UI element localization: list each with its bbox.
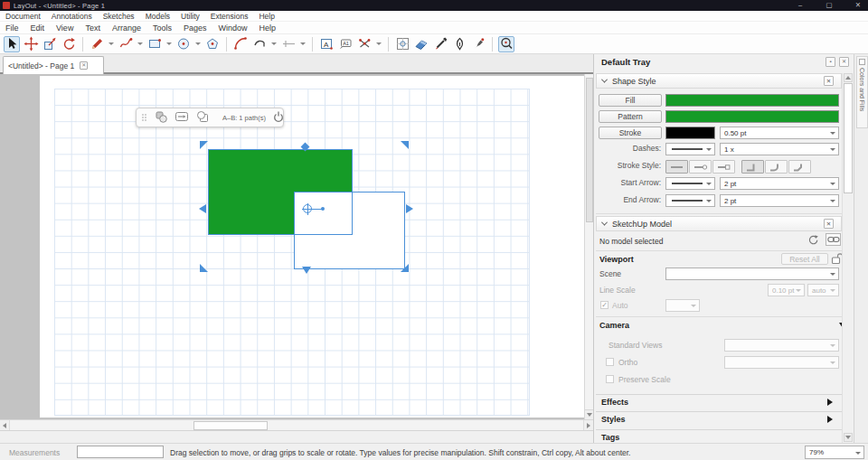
menu-edit[interactable]: Edit <box>31 23 45 33</box>
ortho-checkbox[interactable] <box>606 358 614 366</box>
collapse-chevron-icon[interactable] <box>601 77 608 83</box>
pattern-fill-tool-icon[interactable] <box>394 36 410 52</box>
selection-grip-bottom-center[interactable] <box>302 267 311 274</box>
start-arrow-style-dropdown[interactable] <box>665 177 715 190</box>
pen-tool-icon[interactable] <box>451 36 467 52</box>
dimension-tool-icon[interactable] <box>280 36 297 52</box>
close-button[interactable]: ✕ <box>854 0 863 11</box>
auto-checkbox[interactable]: ✓ <box>600 301 609 309</box>
menu-view[interactable]: View <box>56 23 73 33</box>
preserve-scale-checkbox[interactable] <box>606 375 614 383</box>
hidden-tray-tab[interactable]: Colors and Fills <box>856 56 868 128</box>
menu-tools[interactable]: Tools <box>153 23 172 33</box>
effects-section-header[interactable]: Effects <box>596 394 842 408</box>
menu-help-custom[interactable]: Help <box>259 12 274 21</box>
subtract-paths-icon[interactable] <box>175 109 189 126</box>
circle-tool-icon[interactable] <box>175 36 192 52</box>
menu-models[interactable]: Models <box>146 12 170 21</box>
scene-dropdown[interactable] <box>665 268 839 280</box>
pattern-button[interactable]: Pattern <box>599 110 662 123</box>
tray-pin-icon[interactable]: ▪ <box>826 57 835 67</box>
fill-color-swatch[interactable] <box>665 94 839 107</box>
tray-scroll-down-icon[interactable] <box>844 433 853 442</box>
selection-grip-bottom-right[interactable] <box>401 264 409 272</box>
stroke-join-round-button[interactable] <box>765 160 788 174</box>
start-arrow-size-dropdown[interactable]: 2 pt <box>720 177 839 190</box>
style-tool-icon[interactable] <box>470 36 486 52</box>
line-scale-mode-dropdown[interactable]: auto <box>807 284 839 296</box>
auto-scale-dropdown[interactable] <box>665 299 700 312</box>
selection-grip-top-right[interactable] <box>401 141 409 149</box>
rectangle-tool-dropdown[interactable] <box>166 42 172 45</box>
vertical-scrollbar-thumb[interactable] <box>586 78 593 222</box>
collapse-chevron-icon[interactable] <box>601 220 608 226</box>
selection-grip-bottom-left[interactable] <box>200 264 208 272</box>
label-tool-icon[interactable]: A1 <box>337 36 354 52</box>
shape-style-section-header[interactable]: Shape Style ✕ <box>596 73 842 89</box>
text-tool-icon[interactable]: A <box>318 36 335 52</box>
menu-window[interactable]: Window <box>218 23 247 33</box>
end-arrow-size-dropdown[interactable]: 2 pt <box>720 194 839 207</box>
stroke-join-miter-button[interactable] <box>741 160 764 174</box>
line-tool-dropdown[interactable] <box>108 42 114 45</box>
sketchup-model-close-icon[interactable]: ✕ <box>824 219 834 229</box>
effects-expand-icon[interactable] <box>827 399 833 406</box>
fill-button[interactable]: Fill <box>599 94 662 107</box>
arc-tool-icon[interactable] <box>232 36 249 52</box>
camera-group-label[interactable]: Camera <box>599 321 629 330</box>
toolbar-drag-handle[interactable] <box>142 114 147 122</box>
tray-scrollbar-thumb[interactable] <box>844 83 853 193</box>
menu-file[interactable]: File <box>5 23 19 33</box>
stroke-cap-flat-button[interactable] <box>665 160 688 174</box>
menu-extensions[interactable]: Extensions <box>211 12 249 21</box>
two-point-arc-tool-icon[interactable] <box>251 36 268 52</box>
tab-close-icon[interactable]: ✕ <box>80 61 88 70</box>
stroke-join-bevel-button[interactable] <box>788 160 811 174</box>
document-tab[interactable]: <Untitled> - Page 1 ✕ <box>3 56 104 74</box>
eyedropper-tool-icon[interactable] <box>432 36 448 52</box>
menu-sketches[interactable]: Sketches <box>103 12 135 21</box>
selection-grip-left-center[interactable] <box>199 204 206 213</box>
styles-section-header[interactable]: Styles <box>596 411 842 426</box>
shape-style-close-icon[interactable]: ✕ <box>824 76 834 86</box>
link-model-icon[interactable] <box>826 233 841 246</box>
drawing-canvas[interactable]: A–B: 1 path(s) <box>0 74 593 419</box>
power-toggle-icon[interactable] <box>272 110 285 125</box>
dimension-tool-dropdown[interactable] <box>300 42 306 45</box>
sketchup-model-section-header[interactable]: SketchUp Model ✕ <box>596 216 842 231</box>
dashes-scale-dropdown[interactable]: 1 x <box>720 143 839 155</box>
menu-help[interactable]: Help <box>259 23 277 33</box>
stroke-button[interactable]: Stroke <box>599 127 662 139</box>
line-tool-icon[interactable] <box>89 36 105 52</box>
polygon-tool-icon[interactable] <box>204 36 221 52</box>
stroke-cap-square-button[interactable] <box>712 160 735 174</box>
freehand-tool-dropdown[interactable] <box>137 42 143 45</box>
menu-text[interactable]: Text <box>85 23 100 33</box>
stroke-color-swatch[interactable] <box>665 127 715 139</box>
tray-scroll-up-icon[interactable] <box>844 73 853 82</box>
split-paths-tool-icon[interactable] <box>356 36 373 52</box>
move-tool-icon[interactable] <box>23 36 39 52</box>
zoom-tool-icon[interactable] <box>498 36 514 52</box>
reset-all-button[interactable]: Reset All <box>781 253 828 265</box>
menu-annotations[interactable]: Annotations <box>52 12 92 21</box>
select-tool-icon[interactable] <box>4 36 20 52</box>
selection-grip-top-left[interactable] <box>200 141 208 149</box>
menu-utility[interactable]: Utility <box>181 12 200 21</box>
zoom-level-dropdown[interactable]: 79% <box>805 446 864 459</box>
arc-tool-dropdown[interactable] <box>271 42 277 45</box>
canvas-vertical-scrollbar[interactable] <box>584 74 593 419</box>
freehand-tool-icon[interactable] <box>118 36 134 52</box>
canvas-horizontal-scrollbar[interactable] <box>0 419 593 430</box>
minimize-button[interactable]: – <box>796 0 805 11</box>
split-paths-dropdown[interactable] <box>376 42 382 45</box>
menu-pages[interactable]: Pages <box>184 23 207 33</box>
scale-tool-icon[interactable] <box>42 36 58 52</box>
rotate-tool-icon[interactable] <box>61 36 77 52</box>
scroll-down-arrow-icon[interactable] <box>585 409 593 419</box>
tray-scrollbar[interactable] <box>842 73 853 443</box>
stroke-width-dropdown[interactable]: 0.50 pt <box>720 127 839 139</box>
dashes-pattern-dropdown[interactable] <box>665 143 715 155</box>
menu-arrange[interactable]: Arrange <box>112 23 141 33</box>
selection-grip-right-center[interactable] <box>406 204 413 213</box>
